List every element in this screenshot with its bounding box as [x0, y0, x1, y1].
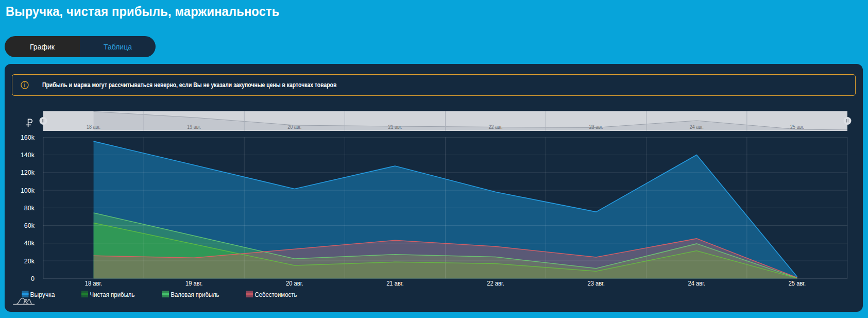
svg-text:19 авг.: 19 авг.: [185, 279, 203, 287]
svg-text:20k: 20k: [24, 258, 35, 265]
svg-text:40k: 40k: [24, 240, 35, 247]
svg-text:Чистая прибыль: Чистая прибыль: [90, 291, 135, 298]
svg-text:0: 0: [31, 275, 35, 282]
svg-text:60k: 60k: [24, 222, 35, 229]
svg-text:Валовая прибыль: Валовая прибыль: [171, 291, 219, 298]
svg-text:Выручка: Выручка: [30, 291, 56, 298]
svg-text:24 авг.: 24 авг.: [690, 124, 704, 130]
svg-text:20 авг.: 20 авг.: [286, 279, 303, 287]
svg-text:22 авг.: 22 авг.: [489, 124, 503, 130]
svg-text:23 авг.: 23 авг.: [589, 124, 603, 130]
svg-text:21 авг.: 21 авг.: [386, 279, 404, 287]
svg-text:24 авг.: 24 авг.: [688, 279, 706, 287]
svg-text:18 авг.: 18 авг.: [87, 124, 100, 130]
svg-text:25 авг.: 25 авг.: [790, 124, 804, 130]
svg-text:140k: 140k: [21, 152, 35, 159]
svg-text:20 авг.: 20 авг.: [287, 124, 301, 130]
svg-text:19 авг.: 19 авг.: [187, 124, 201, 130]
svg-text:80k: 80k: [24, 205, 35, 212]
svg-text:120k: 120k: [21, 169, 35, 176]
svg-text:22 авг.: 22 авг.: [487, 279, 504, 287]
svg-text:160k: 160k: [21, 134, 35, 141]
svg-text:Себестоимость: Себестоимость: [255, 291, 297, 298]
svg-text:100k: 100k: [21, 187, 35, 194]
svg-text:23 авг.: 23 авг.: [587, 279, 605, 287]
svg-text:25 авг.: 25 авг.: [789, 279, 806, 287]
svg-text:18 авг.: 18 авг.: [85, 279, 103, 287]
svg-text:21 авг.: 21 авг.: [388, 124, 402, 130]
